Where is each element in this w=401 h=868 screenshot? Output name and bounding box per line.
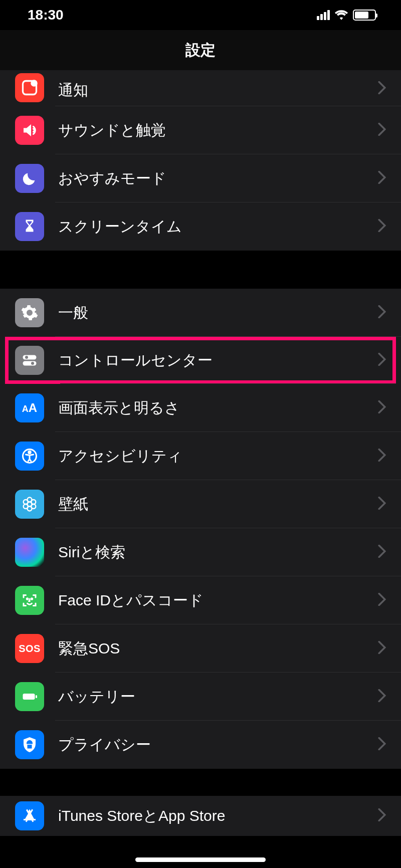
svg-point-7 (29, 451, 31, 454)
svg-point-5 (31, 362, 34, 365)
moon-icon (15, 164, 44, 193)
row-do-not-disturb[interactable]: おやすみモード (0, 154, 401, 202)
nav-bar: 設定 (0, 30, 401, 70)
chevron-right-icon (378, 641, 386, 656)
control-center-icon (15, 346, 44, 375)
chevron-right-icon (378, 219, 386, 234)
display-icon: AA (15, 393, 44, 422)
svg-rect-18 (36, 695, 37, 698)
row-label: おやすみモード (58, 168, 378, 189)
chevron-right-icon (378, 545, 386, 560)
row-label: 一般 (58, 303, 378, 323)
row-label: スクリーンタイム (58, 216, 378, 237)
row-label: iTunes StoreとApp Store (58, 806, 378, 826)
row-privacy[interactable]: プライバシー (0, 721, 401, 769)
row-sos[interactable]: SOS 緊急SOS (0, 624, 401, 673)
wallpaper-icon (15, 490, 44, 519)
section-spacer (0, 251, 401, 289)
svg-rect-4 (23, 361, 37, 366)
sounds-icon (15, 116, 44, 145)
faceid-icon (15, 586, 44, 615)
row-faceid[interactable]: Face IDとパスコード (0, 576, 401, 624)
row-label: バッテリー (58, 687, 378, 707)
status-time: 18:30 (28, 7, 64, 23)
svg-rect-2 (23, 355, 37, 360)
svg-point-3 (25, 356, 28, 359)
row-accessibility[interactable]: アクセシビリティ (0, 432, 401, 480)
svg-point-11 (24, 500, 28, 504)
row-siri[interactable]: Siriと検索 (0, 528, 401, 576)
row-label: 壁紙 (58, 494, 378, 515)
svg-point-15 (27, 598, 28, 599)
row-label: 緊急SOS (58, 638, 378, 659)
row-label: コントロールセンター (58, 350, 378, 371)
row-label: 画面表示と明るさ (58, 398, 378, 418)
chevron-right-icon (378, 737, 386, 752)
row-sounds[interactable]: サウンドと触覚 (0, 106, 401, 154)
hourglass-icon (15, 212, 44, 241)
row-wallpaper[interactable]: 壁紙 (0, 480, 401, 528)
chevron-right-icon (378, 689, 386, 704)
chevron-right-icon (378, 400, 386, 415)
settings-section-1: 通知 サウンドと触覚 おやすみモード スクリーンタイム (0, 70, 401, 251)
svg-point-1 (31, 80, 38, 87)
aa-big: A (29, 401, 37, 414)
chevron-right-icon (378, 305, 386, 320)
row-screen-time[interactable]: スクリーンタイム (0, 202, 401, 251)
settings-section-2: 一般 コントロールセンター AA 画面表示と明るさ アクセシビリティ 壁紙 (0, 289, 401, 769)
battery-icon (353, 10, 376, 21)
status-indicators (317, 10, 376, 21)
svg-point-16 (31, 598, 32, 599)
settings-section-3: iTunes StoreとApp Store (0, 796, 401, 836)
chevron-right-icon (378, 808, 386, 823)
section-spacer (0, 769, 401, 796)
svg-point-13 (24, 504, 28, 509)
sos-icon: SOS (15, 634, 44, 663)
battery-settings-icon (15, 682, 44, 711)
chevron-right-icon (378, 353, 386, 368)
chevron-right-icon (378, 81, 386, 96)
row-label: Face IDとパスコード (58, 590, 378, 611)
row-battery[interactable]: バッテリー (0, 673, 401, 721)
appstore-icon (15, 801, 44, 830)
row-notifications[interactable]: 通知 (0, 70, 401, 106)
row-label: プライバシー (58, 735, 378, 755)
row-display[interactable]: AA 画面表示と明るさ (0, 384, 401, 432)
home-indicator[interactable] (135, 857, 266, 862)
row-label: アクセシビリティ (58, 446, 378, 467)
row-itunes[interactable]: iTunes StoreとApp Store (0, 796, 401, 836)
cellular-signal-icon (317, 10, 330, 20)
svg-rect-17 (23, 694, 35, 700)
row-label: 通知 (58, 80, 378, 101)
svg-point-14 (31, 504, 36, 509)
notifications-icon (15, 73, 44, 102)
chevron-right-icon (378, 123, 386, 138)
row-label: サウンドと触覚 (58, 120, 378, 141)
chevron-right-icon (378, 171, 386, 186)
svg-point-12 (31, 500, 36, 504)
chevron-right-icon (378, 497, 386, 512)
accessibility-icon (15, 442, 44, 471)
gear-icon (15, 298, 44, 327)
sos-text: SOS (19, 643, 41, 655)
row-control-center[interactable]: コントロールセンター (5, 337, 396, 384)
siri-icon (15, 538, 44, 567)
aa-small: A (22, 404, 29, 414)
chevron-right-icon (378, 449, 386, 464)
privacy-icon (15, 730, 44, 759)
row-label: Siriと検索 (58, 542, 378, 563)
row-general[interactable]: 一般 (0, 289, 401, 337)
page-title: 設定 (185, 40, 216, 61)
chevron-right-icon (378, 593, 386, 608)
status-bar: 18:30 (0, 0, 401, 30)
wifi-icon (335, 10, 348, 20)
